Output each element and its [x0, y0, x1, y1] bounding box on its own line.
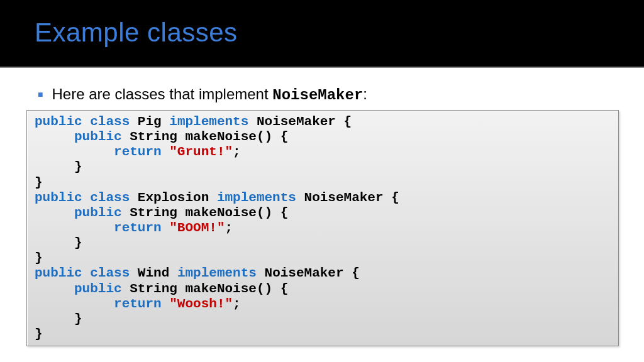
class-name-2: Wind: [138, 266, 169, 280]
method-0: makeNoise(): [185, 129, 272, 144]
kw-public: public: [35, 114, 82, 129]
kw-public: public: [74, 282, 122, 296]
kw-public: public: [74, 206, 122, 220]
slide-title: Example classes: [35, 18, 619, 48]
kw-return: return: [114, 297, 162, 311]
iface-1: NoiseMaker: [304, 190, 384, 205]
iface-2: NoiseMaker: [265, 266, 344, 280]
type-0: String: [130, 129, 177, 144]
kw-class: class: [90, 266, 130, 280]
kw-return: return: [114, 221, 162, 235]
bullet-text: Here are classes that implement NoiseMak…: [52, 85, 367, 104]
kw-class: class: [90, 114, 130, 129]
class-name-0: Pig: [138, 114, 162, 129]
kw-implements: implements: [177, 266, 257, 280]
type-2: String: [130, 282, 177, 296]
ret-2: "Woosh!": [169, 297, 233, 311]
class-name-1: Explosion: [138, 190, 209, 205]
ret-1: "BOOM!": [169, 221, 225, 235]
method-2: makeNoise(): [185, 282, 272, 296]
slide-header: Example classes: [0, 0, 644, 68]
type-1: String: [130, 206, 177, 220]
ret-0: "Grunt!": [169, 145, 233, 159]
kw-class: class: [90, 190, 130, 205]
slide-content: ■ Here are classes that implement NoiseM…: [0, 68, 644, 346]
method-1: makeNoise(): [185, 206, 272, 220]
kw-return: return: [114, 145, 162, 159]
code-block: public class Pig implements NoiseMaker {…: [26, 110, 619, 346]
bullet-prefix: Here are classes that implement: [52, 85, 272, 102]
bullet-icon: ■: [38, 89, 43, 99]
kw-public: public: [35, 266, 82, 280]
kw-implements: implements: [169, 114, 248, 129]
kw-implements: implements: [217, 190, 296, 205]
bullet-suffix: :: [363, 85, 367, 102]
kw-public: public: [35, 190, 82, 205]
bullet-item: ■ Here are classes that implement NoiseM…: [38, 85, 619, 104]
iface-0: NoiseMaker: [257, 114, 336, 129]
bullet-interface: NoiseMaker: [272, 87, 363, 104]
kw-public: public: [74, 129, 122, 144]
